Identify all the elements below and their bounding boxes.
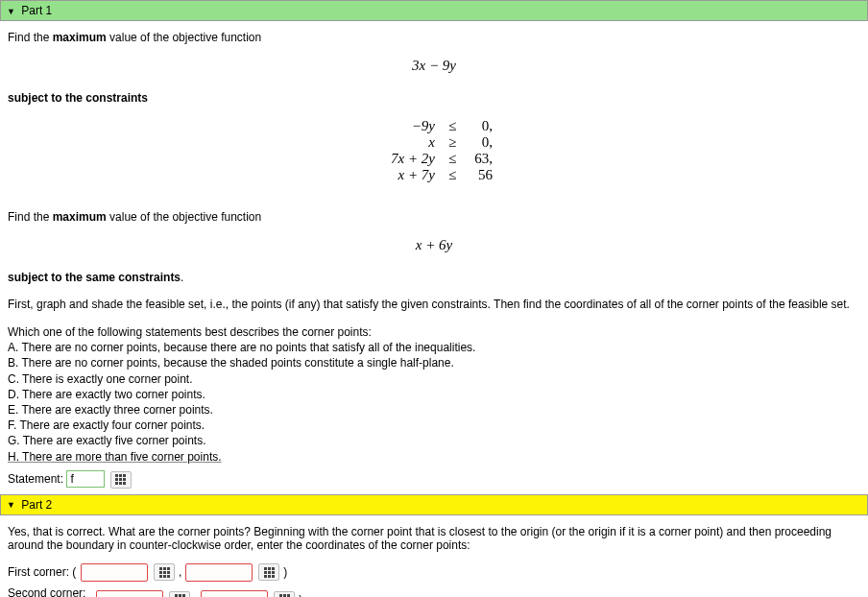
part2-feedback: Yes, that is correct. What are the corne… xyxy=(8,525,860,552)
options-question: Which one of the following statements be… xyxy=(8,324,860,340)
constraints-block: −9y≤0, x≥0, 7x + 2y≤63, x + 7y≤56 xyxy=(8,118,860,183)
constraint-lhs: x + 7y xyxy=(375,167,443,183)
option-b: B. There are no corner points, because t… xyxy=(8,355,860,370)
text-bold: maximum xyxy=(53,210,107,224)
constraint-rhs: 56 xyxy=(462,167,493,183)
caret-down-icon: ▼ xyxy=(7,7,15,16)
text: Find the xyxy=(8,31,53,44)
corner1-x-input[interactable] xyxy=(81,563,148,582)
corner2-x-input[interactable] xyxy=(96,590,163,597)
corner-row-2: Second corner: ( , ) xyxy=(8,586,860,597)
part1-content: Find the maximum value of the objective … xyxy=(0,21,868,494)
options-block: Which one of the following statements be… xyxy=(8,324,860,465)
option-f: F. There are exactly four corner points. xyxy=(8,418,860,433)
instructions-text: First, graph and shade the feasible set,… xyxy=(8,298,860,311)
corner1-y-input[interactable] xyxy=(185,563,253,582)
keypad-icon[interactable] xyxy=(110,471,132,489)
text-bold: maximum xyxy=(53,31,107,44)
constraint-rhs: 0, xyxy=(462,134,493,151)
corner-label-1: First corner: ( xyxy=(8,565,77,579)
caret-down-icon: ▼ xyxy=(7,500,15,510)
constraint-rel: ≤ xyxy=(443,118,462,134)
option-d: D. There are exactly two corner points. xyxy=(8,387,860,402)
close-paren: ) xyxy=(299,593,302,597)
statement-label: Statement: xyxy=(8,472,63,486)
statement-row: Statement: xyxy=(8,470,860,489)
constraint-rhs: 0, xyxy=(462,118,493,134)
keypad-icon[interactable] xyxy=(154,563,175,581)
text: Find the xyxy=(8,210,53,224)
constraint-rhs: 63, xyxy=(462,151,493,167)
option-h: H. There are more than five corner point… xyxy=(8,449,860,465)
math: x + 6y xyxy=(416,237,452,252)
objective2-intro: Find the maximum value of the objective … xyxy=(8,210,860,224)
text-bold: subject to the same constraints xyxy=(8,271,181,284)
objective1-intro: Find the maximum value of the objective … xyxy=(8,31,860,44)
constraint-lhs: x xyxy=(375,134,443,151)
subject-to-same: subject to the same constraints. xyxy=(8,271,860,284)
objective1-formula: 3x − 9y xyxy=(8,58,860,74)
keypad-icon[interactable] xyxy=(169,591,190,597)
text: value of the objective function xyxy=(107,31,261,44)
close-paren: ) xyxy=(283,565,287,579)
corner-row-1: First corner: ( , ) xyxy=(8,563,860,582)
comma: , xyxy=(179,565,181,579)
constraint-lhs: −9y xyxy=(375,118,443,134)
part2-title: Part 2 xyxy=(21,498,52,512)
text-bold: subject to the constraints xyxy=(8,91,148,105)
part2-header[interactable]: ▼ Part 2 xyxy=(0,494,868,515)
part2-content: Yes, that is correct. What are the corne… xyxy=(0,515,868,597)
math: 3x − 9y xyxy=(412,58,456,73)
subject-to-constraints: subject to the constraints xyxy=(8,91,860,105)
part1-header[interactable]: ▼ Part 1 xyxy=(0,0,868,21)
option-a: A. There are no corner points, because t… xyxy=(8,340,860,355)
corner-label-2: Second corner: ( xyxy=(8,586,92,597)
constraint-rel: ≤ xyxy=(443,151,462,167)
corner2-y-input[interactable] xyxy=(201,590,268,597)
constraint-lhs: 7x + 2y xyxy=(375,151,443,167)
statement-input[interactable] xyxy=(66,470,105,488)
keypad-icon[interactable] xyxy=(274,591,295,597)
option-g: G. There are exactly five corner points. xyxy=(8,433,860,448)
text: value of the objective function xyxy=(107,210,261,224)
objective2-formula: x + 6y xyxy=(8,237,860,253)
constraint-rel: ≤ xyxy=(443,167,462,183)
part1-title: Part 1 xyxy=(21,4,52,17)
option-c: C. There is exactly one corner point. xyxy=(8,371,860,387)
option-e: E. There are exactly three corner points… xyxy=(8,402,860,418)
comma: , xyxy=(194,593,197,597)
keypad-icon[interactable] xyxy=(258,563,279,581)
constraint-rel: ≥ xyxy=(443,134,462,151)
